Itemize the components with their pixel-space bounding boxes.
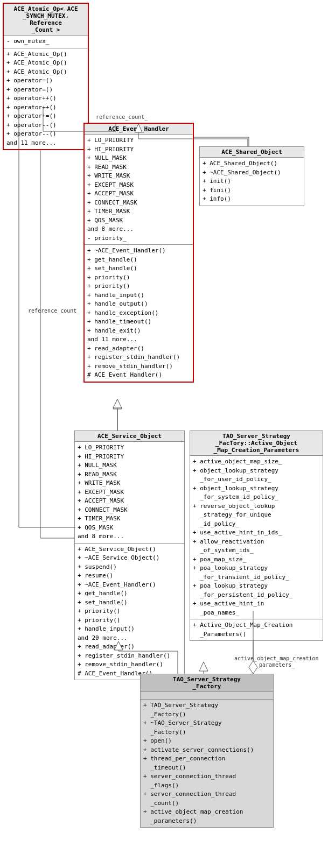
tao-strategy-params-box: TAO_Server_Strategy_FacTory::Active_Obje… [190, 431, 323, 641]
tao-strategy-params-header: TAO_Server_Strategy_FacTory::Active_Obje… [190, 431, 323, 456]
tao-factory-empty [141, 692, 273, 700]
tao-factory-header: TAO_Server_Strategy_Factory [141, 674, 273, 692]
event-handler-constants: + LO_PRIORITY + HI_PRIORITY + NULL_MASK … [85, 135, 193, 245]
event-handler-methods: + ~ACE_Event_Handler() + get_handle() + … [85, 245, 193, 382]
atomic-op-methods: + ACE_Atomic_Op() + ACE_Atomic_Op() + AC… [4, 48, 88, 150]
label-active-obj-map2: _parameters_ [256, 662, 295, 668]
svg-marker-30 [113, 399, 122, 408]
service-object-box: ACE_Service_Object + LO_PRIORITY + HI_PR… [74, 431, 185, 680]
tao-factory-methods: + TAO_Server_Strategy _Factory() + ~TAO_… [141, 700, 273, 827]
shared-object-header: ACE_Shared_Object [200, 147, 304, 158]
event-handler-header: ACE_Event_Handler [85, 124, 193, 135]
atomic-op-box: ACE_Atomic_Op< ACE_SYNCH_MUTEX, Referenc… [3, 3, 89, 150]
label-reference-count-2: reference_count_ [28, 308, 80, 314]
atomic-op-header: ACE_Atomic_Op< ACE_SYNCH_MUTEX, Referenc… [4, 4, 88, 36]
atomic-op-fields: - own_mutex_ [4, 36, 88, 48]
service-object-methods: + ACE_Service_Object() + ~ACE_Service_Ob… [75, 544, 184, 680]
svg-marker-6 [113, 399, 122, 409]
event-handler-box: ACE_Event_Handler + LO_PRIORITY + HI_PRI… [83, 123, 194, 383]
tao-strategy-params-methods: + Active_Object_Map_Creation _Parameters… [190, 619, 323, 640]
label-active-obj-map: active_object_map_creation [234, 655, 319, 661]
service-object-constants: + LO_PRIORITY + HI_PRIORITY + NULL_MASK … [75, 442, 184, 544]
tao-factory-box: TAO_Server_Strategy_Factory + TAO_Server… [140, 674, 274, 828]
service-object-header: ACE_Service_Object [75, 431, 184, 442]
shared-object-box: ACE_Shared_Object + ACE_Shared_Object() … [199, 146, 304, 206]
shared-object-methods: + ACE_Shared_Object() + ~ACE_Shared_Obje… [200, 158, 304, 206]
svg-marker-19 [199, 662, 208, 671]
tao-strategy-params-fields: + active_object_map_size_ + object_looku… [190, 456, 323, 619]
diagram-container: ACE_Atomic_Op< ACE_SYNCH_MUTEX, Referenc… [0, 0, 328, 868]
label-reference-count-1: reference_count_ [96, 114, 148, 120]
